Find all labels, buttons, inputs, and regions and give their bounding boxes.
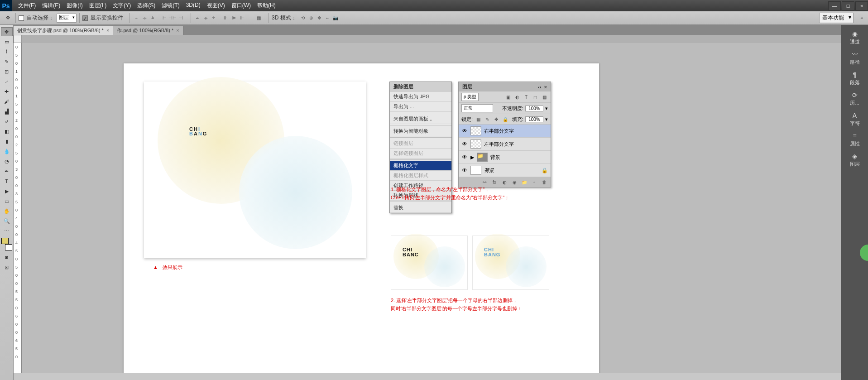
- menu-file[interactable]: 文件(F): [15, 0, 38, 11]
- ctx-export-as[interactable]: 导出为 ...: [390, 102, 451, 112]
- lock-all-icon[interactable]: 🔒: [502, 115, 509, 123]
- history-brush-tool[interactable]: ⤾: [1, 117, 13, 126]
- opacity-input[interactable]: 100%: [525, 106, 543, 111]
- hand-tool[interactable]: ✋: [1, 207, 13, 216]
- layer-name[interactable]: 背景: [490, 154, 500, 161]
- gradient-tool[interactable]: ▮: [1, 137, 13, 146]
- fill-input[interactable]: 100%: [525, 116, 543, 122]
- distribute-icon[interactable]: ⫩: [210, 14, 217, 22]
- align-right-icon[interactable]: ⊣: [177, 14, 184, 22]
- panel-layers[interactable]: ◈图层: [843, 151, 867, 169]
- menu-edit[interactable]: 编辑(E): [39, 0, 63, 11]
- show-transform-checkbox[interactable]: ✓: [82, 15, 88, 21]
- zoom-tool[interactable]: 🔍: [1, 216, 13, 226]
- filter-smart-icon[interactable]: ▦: [541, 93, 548, 101]
- screen-mode-tool[interactable]: ⊡: [1, 263, 13, 272]
- close-button[interactable]: ×: [855, 1, 868, 10]
- opacity-chevron-icon[interactable]: ▾: [545, 106, 548, 111]
- align-vcenter-icon[interactable]: ⟛: [141, 14, 148, 22]
- filter-shape-icon[interactable]: ◻: [532, 93, 539, 101]
- ctx-export-jpg[interactable]: 快速导出为 JPG: [390, 92, 451, 102]
- panel-close-icon[interactable]: ×: [544, 84, 547, 90]
- new-layer-icon[interactable]: ▫: [531, 178, 538, 186]
- menu-help[interactable]: 帮助(H): [254, 0, 278, 11]
- 3d-roll-icon[interactable]: ⊕: [307, 14, 315, 22]
- distribute-icon[interactable]: ⟛: [202, 14, 209, 22]
- layers-panel-title[interactable]: 图层 ‹‹×: [459, 82, 551, 91]
- visibility-icon[interactable]: 👁: [461, 141, 468, 147]
- blur-tool[interactable]: 💧: [1, 147, 13, 156]
- distribute-icon[interactable]: ⊪: [222, 14, 229, 22]
- align-bottom-icon[interactable]: ⫡: [149, 14, 156, 22]
- foreground-color[interactable]: [1, 238, 9, 244]
- background-color[interactable]: [5, 244, 12, 250]
- layer-name[interactable]: 右半部分文字: [484, 128, 514, 135]
- panel-character[interactable]: A字符: [843, 110, 867, 129]
- 3d-slide-icon[interactable]: ↔: [324, 14, 331, 22]
- visibility-icon[interactable]: 👁: [461, 154, 468, 160]
- ellipsis-tool[interactable]: ⋯: [1, 226, 13, 236]
- lock-trans-icon[interactable]: ▦: [475, 115, 482, 123]
- ctx-smart-object[interactable]: 转换为智能对象: [390, 126, 451, 136]
- minimize-button[interactable]: —: [828, 1, 841, 10]
- align-top-icon[interactable]: ⫠: [133, 14, 140, 22]
- link-icon[interactable]: ⚯: [481, 178, 488, 186]
- trash-icon[interactable]: 🗑: [541, 178, 548, 186]
- mask-icon[interactable]: ◐: [501, 178, 508, 186]
- distribute-icon[interactable]: ⊩: [238, 14, 245, 22]
- dodge-tool[interactable]: ◔: [1, 157, 13, 166]
- visibility-icon[interactable]: 👁: [461, 128, 468, 134]
- layer-right-text[interactable]: 👁 右半部分文字: [459, 125, 551, 138]
- eraser-tool[interactable]: ◧: [1, 127, 13, 136]
- fx-icon[interactable]: fx: [491, 178, 498, 186]
- filter-pixel-icon[interactable]: ▣: [504, 93, 512, 101]
- menu-select[interactable]: 选择(S): [134, 0, 158, 11]
- 3d-orbit-icon[interactable]: ⟲: [299, 14, 307, 22]
- align-hcenter-icon[interactable]: ⊣⊢: [169, 14, 176, 22]
- panel-channels[interactable]: ◉通道: [843, 29, 867, 47]
- doc-tab-1[interactable]: 创意线条字步骤.psd @ 100%(RGB/8) * ×: [14, 26, 113, 35]
- auto-select-dropdown[interactable]: 图层: [57, 14, 77, 23]
- tab-close-icon[interactable]: ×: [106, 28, 109, 33]
- stamp-tool[interactable]: ▟: [1, 107, 13, 116]
- layer-folder-bg[interactable]: 👁 ▶ 📁 背景: [459, 151, 551, 164]
- path-select-tool[interactable]: ▶: [1, 187, 13, 196]
- panel-properties[interactable]: ≡属性: [843, 130, 867, 149]
- color-swatches[interactable]: [1, 238, 12, 250]
- ctx-replace[interactable]: 替换: [390, 203, 451, 213]
- healing-tool[interactable]: ✚: [1, 87, 13, 96]
- horizontal-scrollbar[interactable]: [14, 373, 841, 380]
- panel-history[interactable]: ⟳历...: [843, 90, 867, 108]
- filter-type-icon[interactable]: T: [523, 93, 530, 101]
- lasso-tool[interactable]: ⌇: [1, 47, 13, 56]
- menu-filter[interactable]: 滤镜(T): [159, 0, 182, 11]
- layer-background[interactable]: 👁 荷景 🔒: [459, 164, 551, 177]
- brush-tool[interactable]: 🖌: [1, 97, 13, 106]
- menu-layer[interactable]: 图层(L): [86, 0, 110, 11]
- visibility-icon[interactable]: 👁: [461, 167, 468, 173]
- workspace-dropdown[interactable]: 基本功能: [819, 13, 854, 23]
- tab-close-icon[interactable]: ×: [176, 28, 179, 33]
- marquee-tool[interactable]: ▭: [1, 37, 13, 46]
- shape-tool[interactable]: ▭: [1, 197, 13, 206]
- auto-align-icon[interactable]: ▦: [255, 14, 262, 22]
- menu-image[interactable]: 图像(I): [64, 0, 85, 11]
- lock-pixel-icon[interactable]: ✎: [484, 115, 491, 123]
- panel-paths[interactable]: 〰路径: [843, 49, 867, 67]
- quick-select-tool[interactable]: ✎: [1, 57, 13, 66]
- maximize-button[interactable]: □: [842, 1, 854, 10]
- canvas-viewport[interactable]: CHI BANG ▲ 效果展示 删除图层 快速导出为 JPG 导出为 ... 来…: [22, 43, 841, 373]
- menu-view[interactable]: 视图(V): [204, 0, 228, 11]
- layer-name[interactable]: 左半部分文字: [484, 141, 514, 148]
- align-left-icon[interactable]: ⊢: [161, 14, 168, 22]
- document-canvas[interactable]: CHI BANG ▲ 效果展示 删除图层 快速导出为 JPG 导出为 ... 来…: [124, 63, 599, 373]
- layer-left-text[interactable]: 👁 左半部分文字: [459, 138, 551, 151]
- quickmask-tool[interactable]: ◙: [1, 253, 13, 262]
- filter-kind-dropdown[interactable]: ρ 类型: [461, 93, 479, 101]
- folder-arrow-icon[interactable]: ▶: [470, 154, 474, 160]
- menu-window[interactable]: 窗口(W): [229, 0, 254, 11]
- workspace-menu-icon[interactable]: »: [858, 14, 865, 22]
- layer-name[interactable]: 荷景: [484, 167, 494, 174]
- panel-paragraph[interactable]: ¶段落: [843, 69, 867, 88]
- eyedropper-tool[interactable]: ⟋: [1, 77, 13, 86]
